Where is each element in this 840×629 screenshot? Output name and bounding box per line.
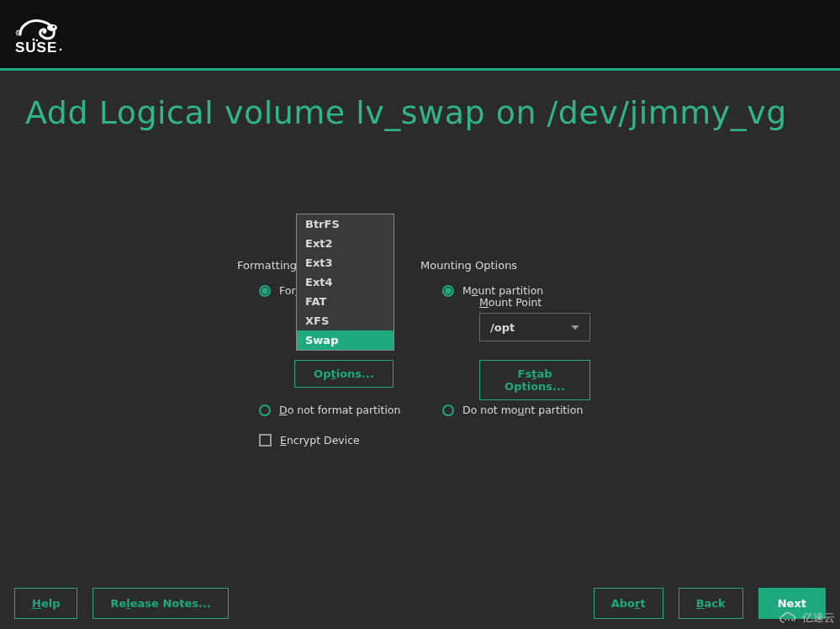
encrypt-device-checkbox[interactable]: Encrypt Device (259, 434, 360, 447)
format-options-button[interactable]: Options... (294, 360, 394, 388)
svg-point-2 (24, 23, 27, 25)
suse-logo: SUSE R (15, 13, 94, 56)
watermark: 亿速云 (778, 610, 835, 626)
fs-option-fat[interactable]: FAT (297, 292, 394, 311)
do-not-mount-radio[interactable]: Do not mount partition (442, 404, 583, 416)
mount-point-label: Mount Point (479, 296, 542, 309)
svg-point-3 (22, 25, 24, 27)
filesystem-dropdown[interactable]: BtrFS Ext2 Ext3 Ext4 FAT XFS Swap (296, 214, 394, 351)
radio-selected-icon (259, 285, 271, 297)
fs-option-ext2[interactable]: Ext2 (297, 234, 394, 253)
fs-option-ext4[interactable]: Ext4 (297, 272, 394, 292)
fs-option-btrfs[interactable]: BtrFS (297, 214, 394, 234)
fs-option-ext3[interactable]: Ext3 (297, 253, 394, 272)
radio-unselected-icon (442, 404, 454, 416)
back-button[interactable]: Back (679, 588, 743, 619)
mounting-options-label: Mounting Options (420, 259, 517, 272)
help-button[interactable]: Help (14, 588, 77, 619)
radio-selected-icon (442, 285, 454, 297)
chevron-down-icon (571, 325, 579, 330)
mount-partition-radio[interactable]: Mount partition (442, 284, 543, 297)
abort-button[interactable]: Abort (594, 588, 663, 619)
footer-bar: Help Release Notes... Abort Back Next (0, 588, 840, 619)
fs-option-xfs[interactable]: XFS (297, 311, 394, 330)
header-bar: SUSE R (0, 0, 840, 71)
svg-text:SUSE: SUSE (15, 40, 57, 56)
cloud-icon (778, 611, 798, 625)
do-not-format-radio[interactable]: Do not format partition (259, 404, 400, 416)
svg-point-7 (60, 48, 62, 50)
svg-point-0 (47, 24, 57, 31)
checkbox-icon (259, 434, 272, 447)
mount-point-select[interactable]: /opt (479, 313, 590, 341)
do-not-mount-label: Do not mount partition (462, 404, 583, 416)
svg-point-10 (785, 619, 786, 621)
mount-point-value: /opt (490, 321, 515, 334)
release-notes-button[interactable]: Release Notes... (92, 588, 228, 619)
watermark-text: 亿速云 (802, 610, 835, 626)
svg-point-12 (791, 619, 793, 621)
radio-unselected-icon (259, 404, 271, 416)
encrypt-device-label: Encrypt Device (280, 434, 360, 447)
fstab-options-button[interactable]: Fstab Options... (479, 360, 590, 400)
fs-option-swap[interactable]: Swap (297, 330, 394, 350)
do-not-format-label: Do not format partition (279, 404, 400, 416)
page-title: Add Logical volume lv_swap on /dev/jimmy… (0, 71, 840, 148)
footer-left-group: Help Release Notes... (14, 588, 229, 619)
mount-partition-label: Mount partition (462, 284, 543, 297)
svg-point-11 (788, 619, 790, 621)
svg-point-1 (53, 25, 55, 28)
